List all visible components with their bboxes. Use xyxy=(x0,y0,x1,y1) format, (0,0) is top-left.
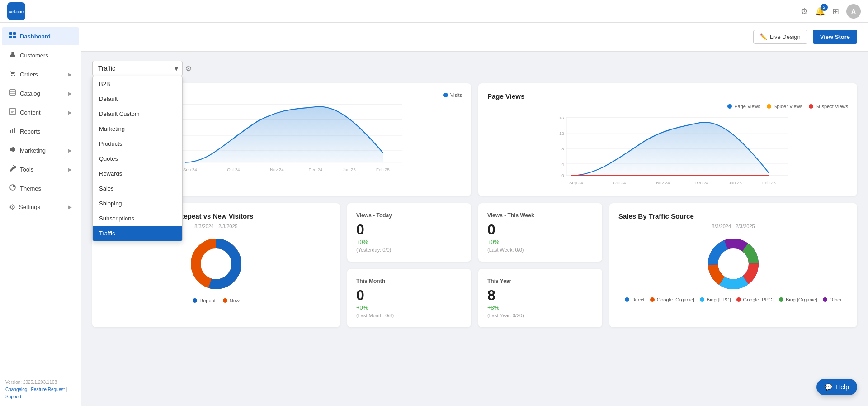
notification-badge: 2 xyxy=(821,4,828,11)
views-this-week-pct: +0% xyxy=(487,239,593,245)
sidebar-item-dashboard[interactable]: Dashboard xyxy=(2,27,79,45)
top-cards-row: Visits 800 600 400 xyxy=(92,83,857,196)
svg-text:0: 0 xyxy=(561,173,564,178)
sidebar-item-content[interactable]: Content ▶ xyxy=(2,103,79,121)
sales-legend-bing-organic: Bing [Organic] xyxy=(779,297,817,302)
this-year-value: 8 xyxy=(487,288,593,302)
suspect-views-legend-label: Suspect Views xyxy=(816,104,848,109)
this-month-card: This Month 0 +0% (Last Month: 0/8) xyxy=(347,269,471,327)
sales-legend-other: Other xyxy=(823,297,842,302)
view-store-button[interactable]: View Store xyxy=(813,30,857,44)
sidebar-item-tools[interactable]: Tools ▶ xyxy=(2,160,79,178)
app-logo[interactable]: cart.com xyxy=(7,2,25,20)
sidebar-item-tools-label: Tools xyxy=(20,166,33,173)
report-type-select[interactable]: Traffic xyxy=(92,61,183,76)
dropdown-option-products[interactable]: Products xyxy=(93,136,182,151)
sales-by-traffic-title: Sales By Traffic Source xyxy=(618,212,848,220)
dropdown-option-b2b[interactable]: B2B xyxy=(93,76,182,91)
sidebar-item-settings[interactable]: ⚙ Settings ▶ xyxy=(2,198,79,216)
views-this-week-title: Views - This Week xyxy=(487,212,593,219)
repeat-dot xyxy=(193,298,197,303)
sidebar-item-catalog[interactable]: Catalog ▶ xyxy=(2,84,79,102)
spider-views-dot xyxy=(767,104,771,109)
content-icon xyxy=(9,108,16,117)
page-views-chart-card: Page Views Page Views Spider Views Su xyxy=(478,83,857,196)
sidebar-item-customers[interactable]: Customers xyxy=(2,46,79,64)
settings-expand-icon: ▶ xyxy=(68,205,72,210)
settings-sidebar-icon: ⚙ xyxy=(9,203,15,211)
page-views-legend-label: Page Views xyxy=(734,104,760,109)
live-design-button[interactable]: ✏️ Live Design xyxy=(753,30,807,44)
content-expand-icon: ▶ xyxy=(68,110,72,115)
dropdown-option-marketing[interactable]: Marketing xyxy=(93,121,182,136)
dashboard-content: Traffic ▾ ⚙ B2B Default Default Custom M… xyxy=(81,52,868,336)
svg-point-65 xyxy=(718,249,748,279)
changelog-link[interactable]: Changelog xyxy=(5,387,27,392)
sidebar-item-themes-label: Themes xyxy=(20,185,41,192)
marketing-expand-icon: ▶ xyxy=(68,148,72,153)
dropdown-option-rewards[interactable]: Rewards xyxy=(93,166,182,181)
topnav-right: ⚙ 🔔 2 ⊞ A xyxy=(801,4,861,19)
page-views-dot xyxy=(727,104,732,109)
feature-request-link[interactable]: Feature Request xyxy=(31,387,65,392)
orders-icon xyxy=(9,70,16,79)
views-this-week-sub: (Last Week: 0/0) xyxy=(487,247,593,253)
tools-expand-icon: ▶ xyxy=(68,167,72,172)
dropdown-option-default-custom[interactable]: Default Custom xyxy=(93,106,182,121)
svg-text:Oct 24: Oct 24 xyxy=(227,167,240,172)
spider-views-legend-item: Spider Views xyxy=(767,104,802,109)
new-legend-label: New xyxy=(230,298,240,303)
help-icon: 💬 xyxy=(825,383,832,391)
help-label: Help xyxy=(836,383,849,391)
support-link[interactable]: Support xyxy=(5,394,21,399)
dropdown-option-traffic[interactable]: Traffic xyxy=(93,226,182,241)
svg-text:4: 4 xyxy=(561,162,564,167)
sales-legend-google-ppc: Google [PPC] xyxy=(736,297,774,302)
avatar[interactable]: A xyxy=(846,4,861,19)
this-year-pct: +8% xyxy=(487,304,593,311)
sidebar-item-reports[interactable]: Reports xyxy=(2,122,79,140)
help-button[interactable]: 💬 Help xyxy=(816,379,857,395)
repeat-legend-label: Repeat xyxy=(199,298,215,303)
dropdown-option-shipping[interactable]: Shipping xyxy=(93,196,182,211)
notification-icon[interactable]: 🔔 2 xyxy=(815,6,825,16)
settings-icon[interactable]: ⚙ xyxy=(801,6,808,16)
sidebar-item-orders[interactable]: Orders ▶ xyxy=(2,65,79,83)
this-month-pct: +0% xyxy=(356,304,462,311)
svg-rect-17 xyxy=(12,129,14,133)
new-dot xyxy=(223,298,227,303)
svg-rect-19 xyxy=(14,148,15,151)
this-month-title: This Month xyxy=(356,278,462,284)
repeat-vs-new-donut xyxy=(187,234,245,293)
traffic-legend-visits: Visits xyxy=(443,92,462,98)
sidebar-nav: Dashboard Customers Orders ▶ Catalog xyxy=(0,23,81,220)
svg-rect-3 xyxy=(13,32,16,35)
visits-legend-dot xyxy=(443,93,448,97)
svg-point-7 xyxy=(11,75,13,76)
this-year-title: This Year xyxy=(487,278,593,284)
svg-text:Nov 24: Nov 24 xyxy=(656,180,670,185)
content-area: ✏️ Live Design View Store Traffic ▾ ⚙ xyxy=(81,23,868,406)
views-today-title: Views - Today xyxy=(356,212,462,219)
apps-icon[interactable]: ⊞ xyxy=(832,6,839,16)
dropdown-option-quotes[interactable]: Quotes xyxy=(93,151,182,166)
svg-text:8: 8 xyxy=(561,146,564,151)
sidebar-item-themes[interactable]: Themes xyxy=(2,179,79,197)
sales-legend-bing-ppc: Bing [PPC] xyxy=(700,297,731,302)
svg-text:Sep 24: Sep 24 xyxy=(183,167,197,172)
dropdown-option-sales[interactable]: Sales xyxy=(93,181,182,196)
sidebar: Dashboard Customers Orders ▶ Catalog xyxy=(0,23,81,406)
repeat-legend-item: Repeat xyxy=(193,298,215,303)
top-navigation: cart.com ⚙ 🔔 2 ⊞ A xyxy=(0,0,868,23)
svg-point-58 xyxy=(201,249,231,279)
sidebar-item-marketing[interactable]: Marketing ▶ xyxy=(2,141,79,159)
chart-settings-button[interactable]: ⚙ xyxy=(185,64,192,73)
svg-text:Nov 24: Nov 24 xyxy=(270,167,284,172)
dropdown-option-subscriptions[interactable]: Subscriptions xyxy=(93,211,182,226)
views-today-card: Views - Today 0 +0% (Yesterday: 0/0) xyxy=(347,203,471,262)
dropdown-option-default[interactable]: Default xyxy=(93,91,182,106)
sales-by-traffic-card: Sales By Traffic Source 8/3/2024 - 2/3/2… xyxy=(609,203,857,327)
svg-text:12: 12 xyxy=(559,131,564,136)
svg-rect-2 xyxy=(9,32,12,35)
svg-text:Feb 25: Feb 25 xyxy=(762,180,776,185)
